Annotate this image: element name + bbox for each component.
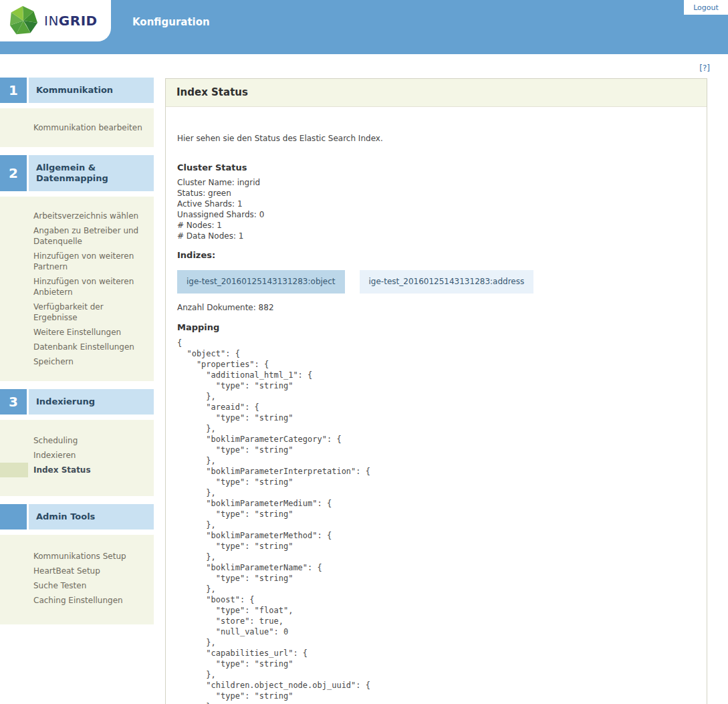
content-title: Index Status bbox=[166, 79, 707, 107]
section-number-badge: 2 bbox=[0, 155, 27, 191]
cluster-name-line: Cluster Name: ingrid bbox=[177, 177, 695, 188]
main-content-panel: Index Status Hier sehen sie den Status d… bbox=[165, 78, 707, 704]
sidebar-section-title-admin-tools[interactable]: Admin Tools bbox=[29, 504, 154, 530]
section-number-badge: 3 bbox=[0, 389, 27, 415]
indices-button-row: ige-test_20160125143131283:object ige-te… bbox=[177, 270, 695, 294]
sidebar: 1 Kommunikation Kommunikation bearbeiten… bbox=[0, 78, 154, 632]
content-body: Hier sehen sie den Status des Elastic Se… bbox=[166, 134, 707, 704]
sidebar-section-allgemein: 2 Allgemein & Datenmapping bbox=[0, 155, 154, 191]
mapping-heading: Mapping bbox=[177, 322, 695, 332]
sidebar-item-label: Index Status bbox=[33, 465, 91, 475]
logo-box[interactable]: INGRID bbox=[0, 0, 111, 41]
active-item-marker bbox=[0, 463, 28, 477]
sidebar-item-kommunikations-setup[interactable]: Kommunikations Setup bbox=[0, 549, 154, 564]
sidebar-item-weitere-einstellungen[interactable]: Weitere Einstellungen bbox=[0, 325, 154, 340]
nodes-line: # Nodes: 1 bbox=[177, 220, 695, 231]
cluster-status-heading: Cluster Status bbox=[177, 162, 695, 172]
cluster-status-line: Status: green bbox=[177, 188, 695, 199]
sidebar-item-arbeitsverzeichnis[interactable]: Arbeitsverzeichnis wählen bbox=[0, 209, 154, 223]
brand-name-bold: GRID bbox=[59, 13, 98, 29]
sidebar-section-title-allgemein[interactable]: Allgemein & Datenmapping bbox=[29, 155, 154, 191]
sidebar-item-scheduling[interactable]: Scheduling bbox=[0, 433, 154, 448]
sidebar-item-caching-einstellungen[interactable]: Caching Einstellungen bbox=[0, 593, 154, 608]
logout-button[interactable]: Logout bbox=[693, 3, 719, 12]
sidebar-item-datenbank-einstellungen[interactable]: Datenbank Einstellungen bbox=[0, 340, 154, 354]
sidebar-section-indexierung: 3 Indexierung bbox=[0, 389, 154, 415]
sidebar-panel-indexierung: Scheduling Indexieren Index Status bbox=[0, 420, 154, 496]
ingrid-logo-icon bbox=[8, 5, 39, 37]
indices-heading: Indizes: bbox=[177, 250, 695, 260]
sidebar-item-weitere-partner[interactable]: Hinzufügen von weiteren Partnern bbox=[0, 249, 154, 274]
sidebar-section-title-kommunikation[interactable]: Kommunikation bbox=[29, 78, 154, 103]
section-number-badge: 1 bbox=[0, 78, 27, 103]
sidebar-item-angaben-betreiber[interactable]: Angaben zu Betreiber und Datenquelle bbox=[0, 223, 154, 249]
sidebar-item-indexieren[interactable]: Indexieren bbox=[0, 448, 154, 463]
sidebar-panel-kommunikation: Kommunikation bearbeiten bbox=[0, 108, 154, 147]
sidebar-panel-allgemein: Arbeitsverzeichnis wählen Angaben zu Bet… bbox=[0, 197, 154, 381]
page-title: Konfiguration bbox=[132, 16, 210, 28]
sidebar-item-kommunikation-bearbeiten[interactable]: Kommunikation bearbeiten bbox=[0, 120, 154, 135]
data-nodes-line: # Data Nodes: 1 bbox=[177, 231, 695, 241]
help-link[interactable]: [?] bbox=[699, 64, 710, 73]
sidebar-item-index-status[interactable]: Index Status bbox=[0, 463, 154, 477]
index-tab-address[interactable]: ige-test_20160125143131283:address bbox=[360, 270, 534, 294]
sidebar-item-verfuegbarkeit[interactable]: Verfügbarkeit der Ergebnisse bbox=[0, 300, 154, 325]
documents-count: Anzahl Dokumente: 882 bbox=[177, 303, 695, 312]
mapping-json: { "object": { "properties": { "additiona… bbox=[177, 338, 695, 704]
logout-box: Logout bbox=[684, 0, 728, 15]
intro-text: Hier sehen sie den Status des Elastic Se… bbox=[177, 134, 695, 143]
brand-name-light: IN bbox=[44, 13, 59, 29]
sidebar-section-admin-tools: Admin Tools bbox=[0, 504, 154, 530]
brand-name: INGRID bbox=[44, 13, 98, 29]
active-shards-line: Active Shards: 1 bbox=[177, 199, 695, 209]
sidebar-item-speichern[interactable]: Speichern bbox=[0, 354, 154, 369]
section-number-badge bbox=[0, 504, 27, 530]
sidebar-item-suche-testen[interactable]: Suche Testen bbox=[0, 578, 154, 593]
sidebar-item-weitere-anbieter[interactable]: Hinzufügen von weiteren Anbietern bbox=[0, 274, 154, 300]
sidebar-item-heartbeat-setup[interactable]: HeartBeat Setup bbox=[0, 564, 154, 578]
sidebar-panel-admin-tools: Kommunikations Setup HeartBeat Setup Suc… bbox=[0, 535, 154, 624]
index-tab-object[interactable]: ige-test_20160125143131283:object bbox=[177, 270, 345, 294]
sidebar-section-title-indexierung[interactable]: Indexierung bbox=[29, 389, 154, 415]
unassigned-shards-line: Unassigned Shards: 0 bbox=[177, 209, 695, 220]
sidebar-section-kommunikation: 1 Kommunikation bbox=[0, 78, 154, 103]
